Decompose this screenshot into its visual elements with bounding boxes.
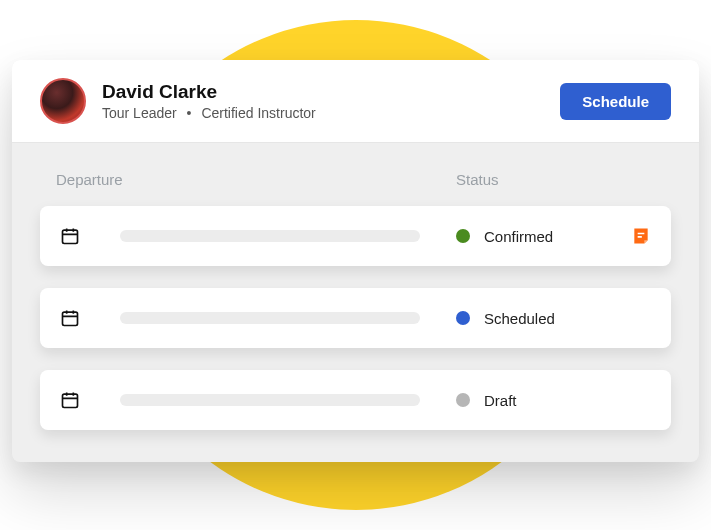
- status-cell: Draft: [456, 392, 651, 409]
- calendar-icon: [60, 308, 80, 328]
- schedule-card: David Clarke Tour Leader • Certified Ins…: [12, 60, 699, 462]
- departure-placeholder: [120, 230, 420, 242]
- schedule-button[interactable]: Schedule: [560, 83, 671, 120]
- card-header: David Clarke Tour Leader • Certified Ins…: [12, 60, 699, 143]
- table-area: Departure Status Confirmed: [12, 143, 699, 462]
- user-name: David Clarke: [102, 81, 560, 104]
- note-icon[interactable]: [631, 226, 651, 246]
- user-meta: Tour Leader • Certified Instructor: [102, 105, 560, 121]
- column-status: Status: [456, 171, 655, 188]
- table-row[interactable]: Draft: [40, 370, 671, 430]
- svg-rect-0: [63, 230, 78, 243]
- status-label: Scheduled: [484, 310, 555, 327]
- calendar-icon: [60, 226, 80, 246]
- user-badge: Certified Instructor: [201, 105, 315, 121]
- avatar[interactable]: [40, 78, 86, 124]
- svg-rect-6: [63, 312, 78, 325]
- column-headers: Departure Status: [40, 163, 671, 206]
- departure-placeholder: [120, 394, 420, 406]
- table-row[interactable]: Scheduled: [40, 288, 671, 348]
- table-row[interactable]: Confirmed: [40, 206, 671, 266]
- column-departure: Departure: [56, 171, 456, 188]
- status-dot: [456, 393, 470, 407]
- status-label: Draft: [484, 392, 517, 409]
- departure-placeholder: [120, 312, 420, 324]
- status-dot: [456, 229, 470, 243]
- svg-rect-10: [63, 394, 78, 407]
- status-dot: [456, 311, 470, 325]
- user-role: Tour Leader: [102, 105, 177, 121]
- identity-block: David Clarke Tour Leader • Certified Ins…: [102, 81, 560, 122]
- status-label: Confirmed: [484, 228, 553, 245]
- status-cell: Confirmed: [456, 228, 631, 245]
- status-cell: Scheduled: [456, 310, 651, 327]
- separator-dot: •: [187, 105, 192, 121]
- calendar-icon: [60, 390, 80, 410]
